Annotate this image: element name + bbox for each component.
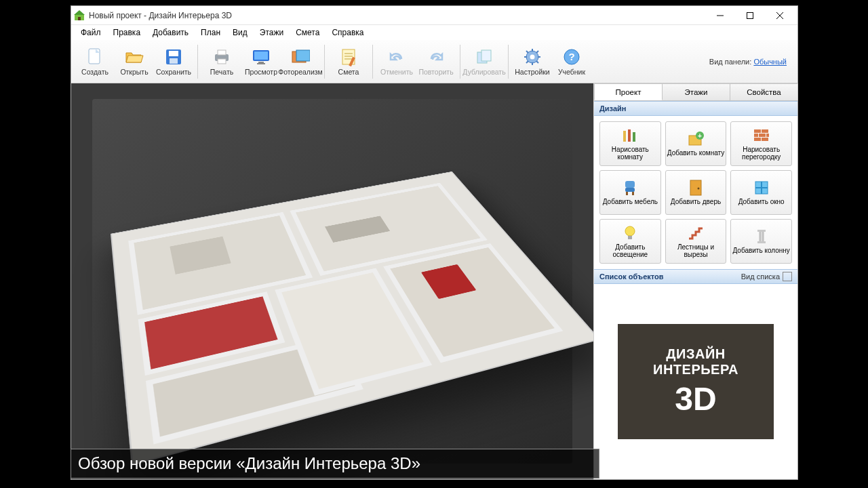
photoreal-button[interactable]: Фотореализм (281, 43, 320, 81)
svg-rect-17 (258, 62, 264, 63)
add-light-button[interactable]: Добавить освещение (599, 219, 661, 264)
monitor-icon (252, 47, 271, 66)
window-icon (753, 179, 770, 197)
draw-room-button[interactable]: Нарисовать комнату (599, 121, 661, 166)
door-icon (687, 179, 705, 197)
tab-project[interactable]: Проект (594, 83, 663, 100)
add-room-button[interactable]: + Добавить комнату (665, 121, 727, 166)
settings-button[interactable]: Настройки (513, 43, 552, 81)
svg-rect-41 (628, 129, 631, 142)
panel-mode-link[interactable]: Обычный (753, 58, 787, 66)
menu-floors[interactable]: Этажи (254, 26, 289, 39)
svg-line-35 (536, 61, 538, 63)
help-icon: ? (562, 47, 581, 66)
panel-tabs: Проект Этажи Свойства (594, 83, 797, 101)
svg-rect-27 (481, 50, 491, 61)
draw-wall-button[interactable]: Нарисовать перегородку (730, 121, 792, 166)
redo-button[interactable]: Повторить (416, 43, 456, 81)
create-button[interactable]: Создать (75, 43, 115, 81)
svg-rect-7 (89, 49, 100, 64)
svg-rect-50 (766, 134, 769, 137)
svg-point-58 (697, 188, 699, 190)
app-icon (74, 10, 85, 21)
lightbulb-icon (621, 224, 639, 242)
svg-rect-40 (623, 131, 626, 142)
add-room-icon: + (687, 130, 705, 148)
redo-icon (427, 47, 446, 66)
estimate-button[interactable]: Смета (329, 43, 368, 81)
product-logo: ДИЗАЙН ИНТЕРЬЕРА 3D (618, 324, 774, 439)
design-tools: Нарисовать комнату + Добавить комнату На… (594, 116, 797, 269)
svg-rect-2 (78, 17, 81, 20)
add-furniture-button[interactable]: Добавить мебель (599, 170, 661, 215)
photoreal-icon (291, 47, 310, 66)
svg-rect-49 (759, 134, 766, 137)
duplicate-button[interactable]: Дублировать (465, 43, 504, 81)
design-header: Дизайн (594, 101, 797, 116)
object-list: ДИЗАЙН ИНТЕРЬЕРА 3D (594, 284, 797, 479)
svg-rect-51 (754, 138, 761, 141)
svg-line-37 (526, 61, 528, 63)
svg-rect-10 (169, 51, 178, 56)
save-button[interactable]: Сохранить (154, 43, 193, 81)
maximize-button[interactable] (735, 7, 765, 24)
minimize-button[interactable] (705, 7, 735, 24)
svg-rect-20 (296, 50, 310, 61)
svg-rect-55 (626, 192, 628, 195)
help-button[interactable]: ? Учебник (552, 43, 591, 81)
undo-button[interactable]: Отменить (377, 43, 416, 81)
svg-rect-54 (625, 188, 635, 192)
tab-floors[interactable]: Этажи (662, 83, 730, 100)
save-icon (164, 47, 183, 66)
svg-rect-47 (762, 129, 768, 133)
brick-wall-icon (753, 127, 770, 144)
list-view-icon[interactable] (783, 272, 792, 281)
add-door-button[interactable]: Добавить дверь (665, 170, 727, 215)
menu-edit[interactable]: Правка (108, 26, 146, 39)
svg-rect-68 (757, 241, 766, 243)
add-window-button[interactable]: Добавить окно (730, 170, 792, 215)
svg-rect-52 (762, 138, 768, 141)
stairs-button[interactable]: Лестницы и вырезы (665, 219, 727, 264)
side-panel: Проект Этажи Свойства Дизайн Нарисовать … (594, 83, 797, 479)
svg-rect-48 (754, 134, 758, 137)
svg-rect-16 (254, 52, 268, 60)
menu-plan[interactable]: План (195, 26, 226, 39)
preview-button[interactable]: Просмотр (241, 43, 281, 81)
floorplan-model (111, 171, 594, 466)
menu-add[interactable]: Добавить (147, 26, 194, 39)
svg-rect-11 (170, 58, 178, 64)
close-button[interactable] (765, 7, 795, 24)
svg-rect-42 (633, 132, 635, 142)
open-button[interactable]: Открыть (115, 43, 154, 81)
svg-rect-57 (690, 180, 701, 195)
menu-estimate[interactable]: Смета (290, 26, 325, 39)
video-caption: Обзор новой версии «Дизайн Интерьера 3D» (71, 449, 599, 479)
svg-rect-4 (747, 12, 753, 18)
notepad-icon (339, 47, 358, 66)
svg-rect-65 (759, 232, 764, 241)
folder-open-icon (125, 47, 144, 66)
toolbar: Создать Открыть Сохранить Печать Просмот… (71, 40, 797, 83)
menu-view[interactable]: Вид (227, 26, 253, 39)
3d-viewport[interactable] (71, 83, 594, 479)
menu-file[interactable]: Файл (75, 26, 106, 39)
tab-properties[interactable]: Свойства (730, 83, 798, 100)
printer-icon (212, 47, 231, 66)
new-file-icon (85, 47, 104, 66)
app-window: Новый проект - Дизайн Интерьера 3D Файл … (71, 5, 798, 480)
print-button[interactable]: Печать (202, 43, 241, 81)
objects-header: Список объектов Вид списка (594, 269, 797, 284)
column-icon (753, 228, 770, 245)
undo-icon (387, 47, 406, 66)
menu-help[interactable]: Справка (326, 26, 369, 39)
gear-icon (523, 47, 542, 66)
brushes-icon (621, 127, 639, 144)
add-column-button[interactable]: Добавить колонну (730, 219, 792, 264)
svg-line-36 (536, 51, 538, 53)
svg-point-29 (530, 54, 535, 59)
svg-rect-18 (257, 63, 265, 64)
duplicate-icon (475, 47, 494, 66)
svg-text:?: ? (568, 51, 574, 62)
svg-rect-14 (218, 59, 226, 64)
